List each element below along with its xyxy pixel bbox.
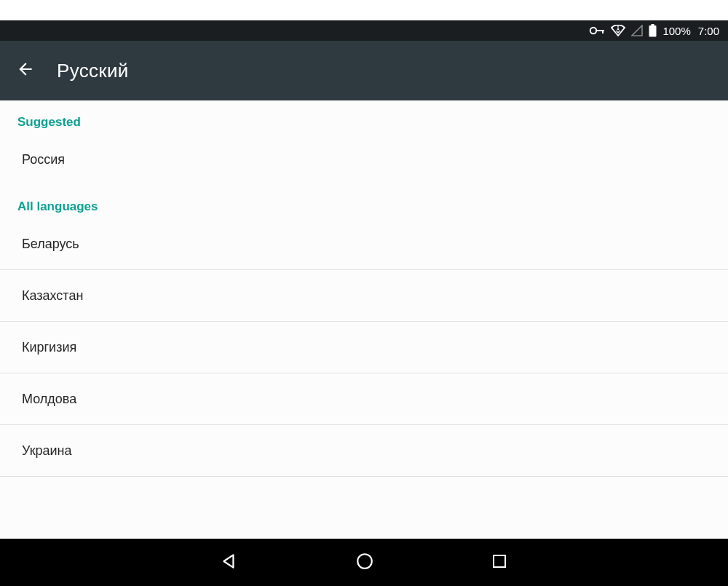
list-item[interactable]: Киргизия [0, 322, 728, 373]
svg-point-0 [590, 28, 596, 33]
svg-rect-7 [494, 555, 505, 567]
nav-recent-icon[interactable] [491, 553, 508, 573]
wifi-icon [611, 25, 625, 36]
vpn-key-icon [589, 25, 605, 36]
divider [0, 476, 728, 477]
status-bar: 100% 7:00 [0, 20, 728, 41]
list-item-label: Украина [22, 443, 72, 459]
app-bar: Русский [0, 41, 728, 100]
list-item-label: Молдова [22, 392, 76, 407]
all-languages-header: All languages [0, 185, 728, 218]
back-arrow-icon[interactable] [16, 60, 35, 82]
top-margin [0, 0, 728, 20]
battery-percent: 100% [662, 25, 690, 37]
list-item[interactable]: Казахстан [0, 270, 728, 321]
list-item-label: Казахстан [22, 288, 83, 304]
svg-rect-4 [652, 24, 654, 25]
list-item[interactable]: Беларусь [0, 218, 728, 269]
suggested-header: Suggested [0, 100, 728, 134]
svg-point-3 [617, 28, 620, 31]
list-item-label: Беларусь [22, 237, 79, 252]
content-area: Suggested Россия All languages Беларусь … [0, 100, 728, 539]
nav-home-icon[interactable] [355, 552, 374, 574]
list-item[interactable]: Россия [0, 134, 728, 185]
signal-icon [631, 25, 643, 36]
battery-icon [649, 24, 657, 37]
list-item-label: Россия [22, 152, 65, 167]
svg-point-6 [357, 554, 372, 569]
nav-back-icon[interactable] [220, 552, 239, 574]
list-item[interactable]: Украина [0, 425, 728, 476]
list-item-label: Киргизия [22, 340, 76, 355]
navigation-bar [0, 539, 728, 586]
list-item[interactable]: Молдова [0, 373, 728, 424]
svg-rect-5 [649, 25, 657, 37]
page-title: Русский [57, 60, 129, 82]
svg-rect-2 [602, 30, 604, 33]
clock-time: 7:00 [698, 25, 719, 37]
